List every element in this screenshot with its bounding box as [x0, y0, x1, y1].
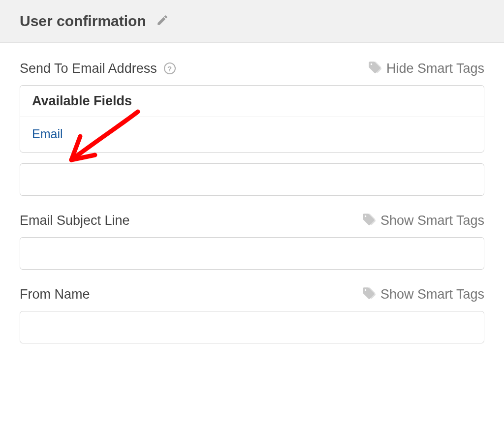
tags-icon	[362, 213, 376, 228]
smart-tags-toggle-label: Show Smart Tags	[380, 213, 484, 228]
section-title: User confirmation	[20, 13, 146, 30]
show-smart-tags-fromname[interactable]: Show Smart Tags	[362, 286, 484, 302]
subject-input[interactable]	[20, 237, 484, 270]
edit-icon[interactable]	[156, 14, 169, 29]
tags-icon	[362, 286, 376, 302]
help-icon[interactable]: ?	[164, 62, 176, 74]
smart-tags-toggle-label: Show Smart Tags	[380, 287, 484, 302]
from-name-block: From Name Show Smart Tags	[20, 286, 484, 343]
smart-tags-toggle-label: Hide Smart Tags	[386, 61, 484, 76]
show-smart-tags-subject[interactable]: Show Smart Tags	[362, 213, 484, 228]
hide-smart-tags-button[interactable]: Hide Smart Tags	[368, 61, 484, 76]
send-to-input[interactable]	[20, 163, 484, 196]
from-name-label-left: From Name	[20, 287, 90, 302]
field-link-email[interactable]: Email	[32, 127, 63, 141]
send-to-block: Send To Email Address ? Hide Smart Tags …	[20, 61, 484, 196]
from-name-input[interactable]	[20, 311, 484, 343]
from-name-label-row: From Name Show Smart Tags	[20, 286, 484, 302]
section-header: User confirmation	[0, 0, 504, 43]
available-fields-header: Available Fields	[20, 86, 484, 117]
send-to-label: Send To Email Address	[20, 61, 157, 76]
from-name-label: From Name	[20, 287, 90, 302]
available-fields-body: Email	[20, 117, 484, 152]
tags-icon	[368, 61, 381, 76]
subject-label-left: Email Subject Line	[20, 213, 130, 228]
subject-label-row: Email Subject Line Show Smart Tags	[20, 213, 484, 228]
subject-block: Email Subject Line Show Smart Tags	[20, 213, 484, 270]
form-content: Send To Email Address ? Hide Smart Tags …	[0, 43, 504, 343]
available-fields-panel: Available Fields Email	[20, 85, 484, 153]
subject-label: Email Subject Line	[20, 213, 130, 228]
available-fields-title: Available Fields	[32, 93, 132, 108]
send-to-label-row: Send To Email Address ? Hide Smart Tags	[20, 61, 484, 76]
send-to-label-left: Send To Email Address ?	[20, 61, 176, 76]
